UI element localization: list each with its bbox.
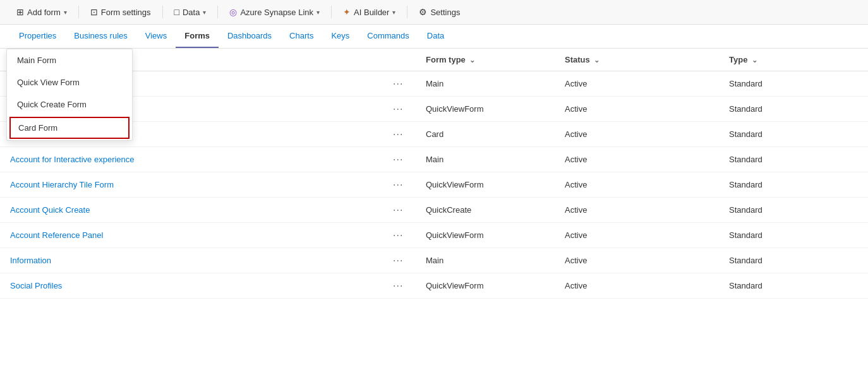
row-type-3: Standard xyxy=(729,155,868,164)
row-formtype-3: Main xyxy=(426,155,565,164)
col-header-type[interactable]: Type ⌄ xyxy=(729,55,868,64)
row-type-0: Standard xyxy=(729,79,868,88)
row-ellipsis-4[interactable]: ··· xyxy=(388,178,408,192)
toolbar-divider-3 xyxy=(217,6,218,18)
row-ellipsis-0[interactable]: ··· xyxy=(388,77,408,91)
row-actions-3: ··· xyxy=(388,153,426,167)
dropdown-item-card-form[interactable]: Card Form xyxy=(9,117,130,139)
row-type-5: Standard xyxy=(729,205,868,215)
add-form-icon: ⊞ xyxy=(16,7,24,17)
row-name-6[interactable]: Account Reference Panel xyxy=(0,230,388,240)
nav-tabs: Properties Business rules Views Forms Da… xyxy=(0,25,868,49)
tab-business-rules[interactable]: Business rules xyxy=(65,25,136,48)
row-actions-2: ··· xyxy=(388,128,426,141)
synapse-chevron: ▾ xyxy=(316,9,320,16)
row-formtype-8: QuickViewForm xyxy=(426,281,565,290)
row-status-7: Active xyxy=(565,256,729,265)
row-actions-6: ··· xyxy=(388,229,426,242)
form-settings-button[interactable]: ⊡ Form settings xyxy=(84,4,157,20)
row-ellipsis-3[interactable]: ··· xyxy=(388,153,408,167)
row-ellipsis-6[interactable]: ··· xyxy=(388,229,408,242)
row-name-8[interactable]: Social Profiles xyxy=(0,281,388,290)
tab-charts[interactable]: Charts xyxy=(280,25,322,48)
settings-label: Settings xyxy=(430,8,460,17)
row-ellipsis-2[interactable]: ··· xyxy=(388,128,408,141)
dropdown-item-main-form[interactable]: Main Form xyxy=(7,49,132,71)
dropdown-item-quick-create-form[interactable]: Quick Create Form xyxy=(7,93,132,116)
row-type-8: Standard xyxy=(729,281,868,290)
azure-synapse-button[interactable]: ◎ Azure Synapse Link ▾ xyxy=(223,4,326,20)
row-formtype-2: Card xyxy=(426,129,565,139)
row-ellipsis-8[interactable]: ··· xyxy=(388,279,408,293)
row-status-8: Active xyxy=(565,281,729,290)
row-type-7: Standard xyxy=(729,256,868,265)
row-actions-0: ··· xyxy=(388,77,426,91)
tab-commands[interactable]: Commands xyxy=(358,25,418,48)
ai-builder-button[interactable]: ✦ AI Builder ▾ xyxy=(337,4,402,20)
row-status-2: Active xyxy=(565,129,729,139)
table-row: Account Quick Create ··· QuickCreate Act… xyxy=(0,198,868,223)
row-ellipsis-1[interactable]: ··· xyxy=(388,102,408,116)
row-formtype-0: Main xyxy=(426,79,565,88)
row-name-3[interactable]: Account for Interactive experience xyxy=(0,155,388,164)
settings-button[interactable]: ⚙ Settings xyxy=(413,4,466,20)
add-form-button[interactable]: ⊞ Add form ▾ xyxy=(10,4,73,20)
dropdown-item-quick-view-form[interactable]: Quick View Form xyxy=(7,71,132,93)
tab-forms[interactable]: Forms xyxy=(176,25,219,48)
tab-views[interactable]: Views xyxy=(136,25,176,48)
type-sort-icon: ⌄ xyxy=(752,56,757,64)
col-header-formtype[interactable]: Form type ⌄ xyxy=(426,55,565,64)
settings-icon: ⚙ xyxy=(419,7,427,17)
row-type-6: Standard xyxy=(729,230,868,240)
row-type-2: Standard xyxy=(729,129,868,139)
tab-dashboards[interactable]: Dashboards xyxy=(219,25,280,48)
row-actions-7: ··· xyxy=(388,254,426,268)
row-name-7[interactable]: Information xyxy=(0,256,388,265)
col-header-status[interactable]: Status ⌄ xyxy=(565,55,729,64)
status-label: Status xyxy=(565,55,590,64)
dropdown-items: Main FormQuick View FormQuick Create For… xyxy=(7,49,132,139)
tab-data[interactable]: Data xyxy=(418,25,453,48)
form-settings-label: Form settings xyxy=(101,8,151,17)
row-type-1: Standard xyxy=(729,104,868,114)
form-settings-icon: ⊡ xyxy=(90,7,98,17)
toolbar: ⊞ Add form ▾ ⊡ Form settings □ Data ▾ ◎ … xyxy=(0,0,868,25)
row-status-3: Active xyxy=(565,155,729,164)
ai-icon: ✦ xyxy=(343,7,351,17)
row-actions-8: ··· xyxy=(388,279,426,293)
row-formtype-7: Main xyxy=(426,256,565,265)
add-form-label: Add form xyxy=(27,8,61,17)
row-status-0: Active xyxy=(565,79,729,88)
ai-builder-label: AI Builder xyxy=(354,8,389,17)
row-name-4[interactable]: Account Hierarchy Tile Form xyxy=(0,180,388,189)
table-row: Social Profiles ··· QuickViewForm Active… xyxy=(0,273,868,299)
row-ellipsis-5[interactable]: ··· xyxy=(388,203,408,217)
row-actions-4: ··· xyxy=(388,178,426,192)
data-button[interactable]: □ Data ▾ xyxy=(168,4,213,20)
row-name-5[interactable]: Account Quick Create xyxy=(0,205,388,215)
row-actions-1: ··· xyxy=(388,102,426,116)
type-label: Type xyxy=(729,55,747,64)
toolbar-divider-1 xyxy=(78,6,79,18)
azure-synapse-label: Azure Synapse Link xyxy=(240,8,313,17)
table-row: Account for Interactive experience ··· M… xyxy=(0,147,868,172)
row-formtype-5: QuickCreate xyxy=(426,205,565,215)
row-ellipsis-7[interactable]: ··· xyxy=(388,254,408,268)
table-row: Account Reference Panel ··· QuickViewFor… xyxy=(0,223,868,248)
add-form-dropdown[interactable]: Main FormQuick View FormQuick Create For… xyxy=(6,49,133,141)
table-row: Information ··· Main Active Standard xyxy=(0,248,868,273)
row-status-1: Active xyxy=(565,104,729,114)
table-row: Account Hierarchy Tile Form ··· QuickVie… xyxy=(0,172,868,198)
row-formtype-6: QuickViewForm xyxy=(426,230,565,240)
tab-keys[interactable]: Keys xyxy=(322,25,358,48)
row-type-4: Standard xyxy=(729,180,868,189)
status-sort-icon: ⌄ xyxy=(594,56,600,64)
content-area: Form type ⌄ Status ⌄ Type ⌄ Account ··· … xyxy=(0,49,868,299)
formtype-sort-icon: ⌄ xyxy=(469,56,475,64)
row-formtype-1: QuickViewForm xyxy=(426,104,565,114)
tab-properties[interactable]: Properties xyxy=(10,25,65,48)
toolbar-divider-4 xyxy=(331,6,332,18)
data-label: Data xyxy=(183,8,200,17)
synapse-icon: ◎ xyxy=(229,7,237,17)
data-chevron: ▾ xyxy=(203,9,206,16)
